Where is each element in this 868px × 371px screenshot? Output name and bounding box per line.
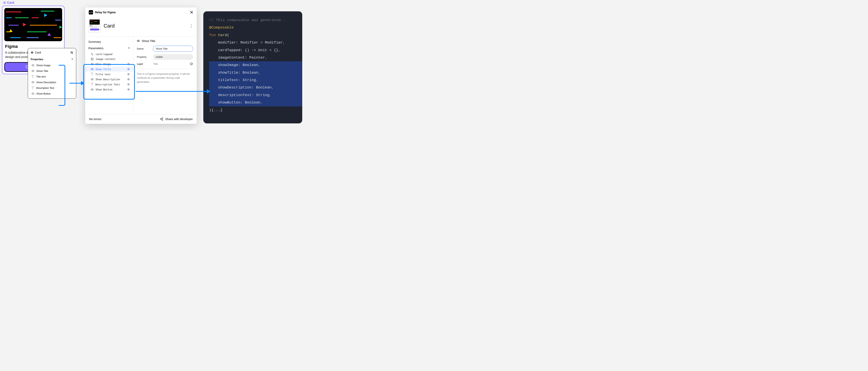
properties-popup: Card Properties + Show Image Show Title … [28, 48, 76, 99]
parameter-label: Description Text [95, 83, 120, 86]
eye-icon [91, 78, 94, 81]
relay-app-title: Relay for Figma [95, 11, 116, 14]
add-property-button[interactable]: + [71, 57, 73, 61]
code-fn-name: Card [218, 33, 227, 37]
text-icon [31, 75, 34, 78]
parameter-label: Show Image [96, 63, 111, 66]
add-parameter-button[interactable]: + [128, 46, 130, 50]
parameter-label: Show Description [96, 78, 120, 81]
property-row[interactable]: Show Title [28, 68, 76, 74]
parameter-row[interactable]: card-tapped [85, 52, 133, 57]
property-row[interactable]: Show Image [28, 63, 76, 68]
property-row[interactable]: Title text [28, 74, 76, 79]
svg-rect-0 [4, 1, 5, 3]
tap-icon [91, 53, 94, 56]
property-row[interactable]: Show Description [28, 79, 76, 85]
svg-point-33 [162, 120, 163, 120]
code-closing: ){...} [209, 108, 222, 112]
svg-line-35 [161, 119, 162, 120]
share-with-developer-button[interactable]: Share with developer [160, 117, 193, 121]
card-image [4, 8, 62, 41]
parameter-row[interactable]: Show Image [85, 62, 133, 67]
share-label: Share with developer [165, 117, 193, 121]
text-icon [91, 83, 93, 86]
svg-point-14 [33, 82, 33, 83]
diamond-arrow-icon [127, 88, 130, 91]
parameter-row[interactable]: Show Description [85, 77, 133, 82]
property-select[interactable]: visible [153, 54, 193, 60]
svg-point-31 [162, 117, 163, 118]
svg-rect-4 [31, 51, 33, 52]
parameters-section: Parameters [88, 46, 103, 50]
svg-point-9 [71, 52, 71, 53]
parameter-label: image-content [96, 58, 116, 61]
parameter-row[interactable]: Show Button [85, 87, 133, 92]
image-icon [91, 58, 94, 61]
svg-point-13 [33, 71, 33, 71]
layer-value: Title [151, 63, 190, 65]
property-label-static: Property [137, 56, 151, 58]
relay-panel: </> Relay for Figma Figma A collaborativ… [85, 7, 197, 124]
eye-icon [91, 68, 94, 71]
eye-icon [31, 69, 34, 72]
code-param-highlight: showDescription: Boolean [209, 85, 272, 90]
svg-point-22 [92, 69, 93, 69]
svg-point-25 [138, 41, 139, 41]
property-label: Title text [36, 75, 46, 78]
diamond-arrow-icon [127, 78, 130, 81]
layer-label: Layer [137, 63, 151, 65]
svg-line-34 [161, 118, 162, 119]
summary-section[interactable]: Summary [85, 39, 133, 46]
svg-point-12 [33, 65, 33, 66]
svg-point-26 [190, 63, 192, 65]
eye-icon [91, 63, 94, 66]
kebab-menu-icon[interactable]: ⋮ [189, 25, 193, 27]
sliders-icon[interactable] [70, 51, 73, 54]
component-tag-label: Card [7, 1, 14, 4]
code-param: imageContent: Painter [209, 56, 265, 60]
svg-point-20 [92, 58, 92, 59]
code-comment: // This composable was generated.. [209, 18, 285, 22]
eye-icon [31, 81, 34, 84]
parameter-row[interactable]: image-content [85, 57, 133, 62]
code-param: modifier: Modifier = Modifier [209, 40, 283, 45]
property-label: Show Button [36, 92, 51, 95]
svg-point-15 [33, 93, 33, 94]
svg-rect-2 [5, 2, 6, 3]
text-icon [31, 87, 34, 90]
target-icon[interactable] [190, 62, 193, 66]
property-row[interactable]: Description Text [28, 85, 76, 91]
detail-description: This is a Figma component property. It w… [137, 69, 193, 84]
annotation-arrow-icon [136, 91, 210, 92]
property-label: Description Text [36, 87, 54, 90]
name-label: Name [137, 47, 151, 50]
parameter-row[interactable]: Description Text [85, 82, 133, 87]
parameter-row-selected[interactable]: Show Title [85, 67, 133, 72]
code-param: cardTapped: () -> Unit = {} [209, 48, 278, 52]
component-diamond-icon [31, 51, 33, 54]
code-annotation: @Composable [209, 25, 234, 30]
component-tag[interactable]: Card [3, 1, 14, 4]
parameter-label: Show Title [96, 68, 111, 71]
properties-popup-title: Card [35, 51, 41, 54]
diamond-arrow-icon [127, 63, 130, 66]
svg-rect-7 [31, 53, 33, 54]
property-label: Show Title [36, 69, 48, 72]
relay-logo-icon: </> [89, 10, 93, 14]
svg-rect-19 [91, 58, 93, 60]
property-label: Show Description [36, 81, 56, 84]
property-row[interactable]: Show Button [28, 91, 76, 97]
annotation-bracket [59, 65, 65, 106]
svg-point-11 [72, 53, 73, 53]
component-diamond-icon [3, 1, 6, 4]
code-param-highlight: showButton: Boolean [209, 100, 260, 105]
property-label: Show Image [36, 64, 51, 67]
relay-card-title: Card [103, 23, 115, 29]
eye-icon [91, 88, 94, 91]
parameter-row[interactable]: Title text [85, 72, 133, 77]
errors-status: No errors [89, 117, 101, 121]
annotation-arrow-icon [69, 83, 84, 83]
name-input[interactable]: Show Title [153, 46, 193, 52]
code-panel: // This composable was generated.. @Comp… [203, 11, 302, 124]
close-icon[interactable] [190, 11, 193, 14]
